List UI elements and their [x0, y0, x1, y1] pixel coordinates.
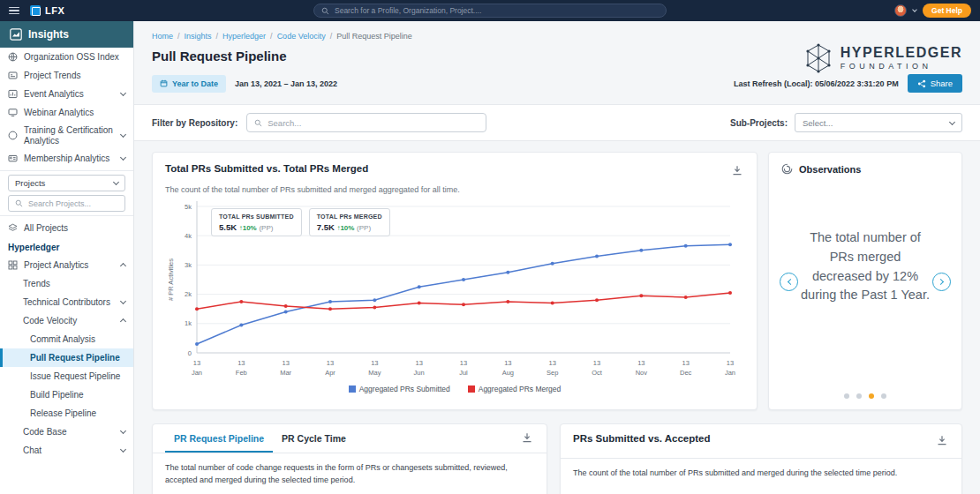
stat-delta: ↑10%: [239, 224, 257, 232]
svg-text:13: 13: [282, 359, 289, 367]
legend-item-merged[interactable]: Aggregated PRs Merged: [468, 385, 562, 393]
sidebar-item-membership-analytics[interactable]: Membership Analytics: [0, 149, 133, 168]
observation-dot[interactable]: [869, 393, 874, 399]
search-icon: [321, 7, 329, 15]
project-search[interactable]: [8, 195, 125, 212]
calendar-icon: [160, 79, 168, 87]
sidebar-item-webinar-analytics[interactable]: Webinar Analytics: [0, 103, 133, 122]
pr-chart-title: Total PRs Submitted vs. Total PRs Merged: [165, 163, 368, 174]
sidebar-item-label: Chat: [23, 445, 115, 456]
layers-icon: [8, 223, 18, 233]
tab-pr-cycle-time[interactable]: PR Cycle Time: [273, 424, 355, 453]
sidebar-item-all-projects[interactable]: All Projects: [0, 219, 133, 237]
sidebar-item-label: Event Analytics: [24, 89, 115, 100]
lfx-logo[interactable]: LFX: [30, 5, 64, 16]
pr-chart-subtitle: The count of the total number of PRs sub…: [165, 185, 744, 194]
next-observation-button[interactable]: [932, 273, 951, 291]
sidebar-item-chat[interactable]: Chat: [0, 441, 133, 460]
svg-text:13: 13: [193, 359, 200, 367]
svg-text:13: 13: [593, 359, 600, 367]
observation-dot[interactable]: [881, 393, 886, 399]
topbar-right: Get Help: [894, 4, 971, 18]
svg-text:5k: 5k: [185, 203, 192, 211]
sidebar-item-project-trends[interactable]: Project Trends: [0, 66, 133, 85]
tab-pr-request-pipeline[interactable]: PR Request Pipeline: [165, 424, 273, 453]
legend-label: Aggregated PRs Merged: [479, 385, 562, 393]
sidebar-item-commit-analysis[interactable]: Commit Analysis: [0, 330, 133, 348]
sidebar-item-technical-contributors[interactable]: Technical Contributors: [0, 293, 133, 311]
repo-search[interactable]: [246, 113, 486, 132]
subprojects-select[interactable]: Select...: [795, 113, 962, 132]
lfx-logo-icon: [30, 5, 41, 16]
stat-value: 7.5K: [317, 222, 335, 232]
sidebar-item-training-certification-analytics[interactable]: Training & Certification Analytics: [0, 122, 133, 149]
get-help-button[interactable]: Get Help: [923, 4, 971, 18]
chevron-down-icon: [120, 154, 126, 161]
sidebar-item-issue-request-pipeline[interactable]: Issue Request Pipeline: [0, 367, 133, 385]
svg-text:2k: 2k: [185, 290, 192, 298]
breadcrumb-link[interactable]: Code Velocity: [277, 32, 326, 41]
svg-text:Sep: Sep: [547, 369, 558, 377]
sidebar-header-label: Insights: [28, 28, 69, 41]
download-icon[interactable]: [935, 433, 949, 450]
svg-text:Mar: Mar: [280, 369, 291, 377]
svg-text:13: 13: [460, 359, 467, 367]
download-icon[interactable]: [730, 163, 744, 180]
divider: [0, 215, 133, 216]
download-icon[interactable]: [520, 430, 534, 447]
avatar[interactable]: [894, 4, 907, 17]
menu-icon[interactable]: [9, 7, 19, 15]
sidebar-item-code-velocity[interactable]: Code Velocity: [0, 311, 133, 330]
legend-label: Aggregated PRs Submitted: [359, 385, 450, 393]
sidebar-item-event-analytics[interactable]: Event Analytics: [0, 85, 133, 103]
sidebar-item-organization-oss-index[interactable]: Organization OSS Index: [0, 48, 133, 66]
prs-submitted-accepted-card: PRs Submitted vs. Accepted The count of …: [560, 423, 962, 494]
pr-chart-card-header: Total PRs Submitted vs. Total PRs Merged: [165, 163, 744, 180]
legend-item-submitted[interactable]: Aggregated PRs Submitted: [349, 385, 450, 393]
previous-observation-button[interactable]: [780, 273, 798, 291]
observation-dot[interactable]: [856, 393, 862, 399]
svg-text:13: 13: [504, 359, 511, 367]
breadcrumb-link[interactable]: Home: [152, 32, 173, 41]
svg-text:Jan: Jan: [192, 369, 202, 377]
divider: [0, 170, 133, 171]
sidebar-header: Insights: [0, 21, 133, 48]
global-search-input[interactable]: [335, 6, 659, 15]
sidebar-item-label: Project Trends: [24, 71, 125, 81]
hyperledger-logo-icon: [803, 42, 833, 74]
controls-row: Year to Date Jan 13, 2021 – Jan 13, 2022…: [152, 74, 962, 93]
chevron-down-icon: [113, 179, 119, 185]
breadcrumb-link[interactable]: Hyperledger: [222, 32, 266, 41]
chevron-down-icon[interactable]: [912, 7, 917, 12]
sidebar-item-code-base[interactable]: Code Base: [0, 423, 133, 441]
date-range-label: Jan 13, 2021 – Jan 13, 2022: [235, 79, 337, 88]
year-to-date-button[interactable]: Year to Date: [152, 75, 226, 93]
subprojects-filter: Sub-Projects: Select...: [730, 113, 962, 132]
sidebar-item-build-pipeline[interactable]: Build Pipeline: [0, 385, 133, 404]
svg-text:13: 13: [327, 359, 334, 367]
observations-card: Observations The total number of PRs mer…: [768, 152, 962, 410]
sidebar-item-release-pipeline[interactable]: Release Pipeline: [0, 404, 133, 423]
subprojects-select-value: Select...: [803, 118, 950, 128]
repo-search-input[interactable]: [268, 118, 479, 128]
svg-text:Nov: Nov: [636, 369, 648, 377]
share-button[interactable]: Share: [908, 74, 962, 93]
stat-total-prs-merged: TOTAL PRs MERGED 7.5K ↑10% (PP): [309, 208, 390, 236]
observation-dot[interactable]: [844, 393, 849, 399]
sidebar-item-label: Commit Analysis: [30, 334, 125, 345]
breadcrumb-separator: /: [216, 32, 219, 41]
sidebar-item-project-analytics[interactable]: Project Analytics: [0, 256, 133, 274]
prs-submitted-accepted-title: PRs Submitted vs. Accepted: [573, 433, 711, 444]
projects-select[interactable]: Projects: [8, 175, 125, 191]
sidebar-item-label: Release Pipeline: [30, 408, 125, 419]
sidebar-item-trends[interactable]: Trends: [0, 274, 133, 293]
global-search[interactable]: [313, 4, 667, 18]
app-root: LFX Get Help Insights Organization OSS I…: [0, 0, 980, 494]
svg-text:13: 13: [548, 359, 555, 367]
sidebar-item-pull-request-pipeline[interactable]: Pull Request Pipeline: [0, 348, 133, 367]
insights-icon: [10, 28, 22, 41]
breadcrumb-link[interactable]: Insights: [185, 32, 212, 41]
project-search-input[interactable]: [28, 199, 118, 208]
stat-delta: ↑10%: [336, 224, 354, 232]
hyperledger-foundation-logo: HYPERLEDGER FOUNDATION: [803, 42, 962, 74]
